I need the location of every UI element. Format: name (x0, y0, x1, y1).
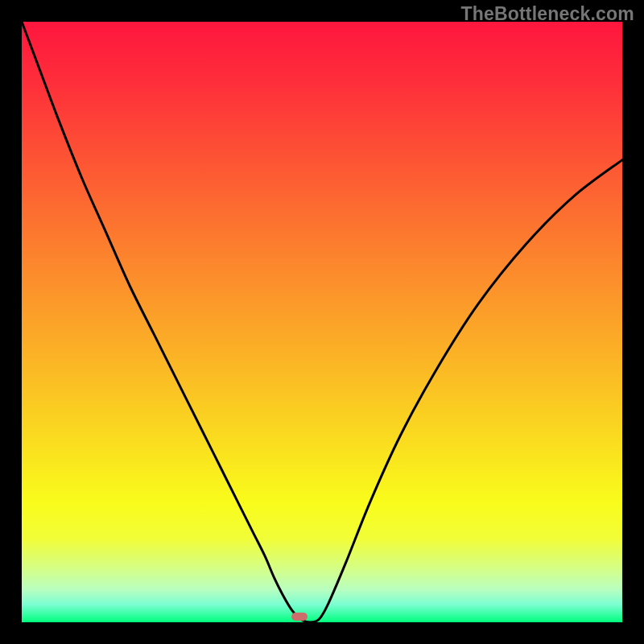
bottleneck-curve (22, 22, 622, 622)
curve-svg (22, 22, 622, 622)
watermark-text: TheBottleneck.com (460, 3, 634, 25)
optimum-marker (291, 613, 308, 621)
plot-area (22, 22, 622, 622)
chart-frame: TheBottleneck.com (0, 0, 644, 644)
